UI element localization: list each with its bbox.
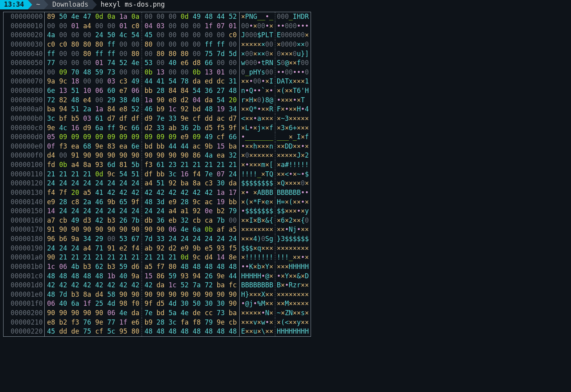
ascii-right: ×(<××y×× [275,318,311,327]
ascii-right: ×Q××××0× [275,179,311,188]
hex-bytes-left: 0ff3ea689e83ea6e [45,142,142,151]
hex-bytes-right: 2121210d9cd4148e [142,253,239,262]
ascii-left: ×• ×ABBB [239,188,275,198]
hex-bytes-right: 44415478daeddc31 [142,77,239,86]
hex-bytes-left: f47f20a541424242 [45,188,142,198]
hex-bytes-right: 46b91c92bd481934 [142,105,239,114]
prompt-dir: Downloads [48,0,92,9]
ascii-left: J000$PLT [239,31,275,40]
offset: 000001d0 [4,281,45,290]
ascii-left: ×PNG__•_ [239,12,275,22]
shell-prompt: 13:34 ~ Downloads hexyl ms-dos.png [0,0,571,9]
hexdump-row: 000001202424242424242424a45192ba8ac330da… [4,179,311,188]
ascii-left: ×(×*F×e× [239,198,275,207]
hex-bytes-left: fd0ba48a936d815b [45,160,142,170]
ascii-right: E000000× [275,31,311,40]
ascii-right: ••000••• [275,22,311,31]
hex-bytes-right: 1586599394269e44 [142,272,239,281]
ascii-right: ××<•×~•$ [275,170,311,179]
ascii-right: ••00•••0 [275,68,311,77]
hexdump-row: 0000000089504e470d0a1a0a0000000d49484452… [4,12,311,22]
ascii-right: ××DD××•× [275,142,311,151]
ascii-left: ×××4)0Sg [239,234,275,244]
ascii-left: ×0×××××× [239,151,275,160]
hexdump-row: 00000090728248e4002938401a90e8d204da5420… [4,96,311,105]
offset: 00000170 [4,225,45,234]
hex-bytes-right: 090909e90949cf66 [142,132,239,142]
hexdump-row: 000002009090909090064eda7ebd5a4edecc73ba… [4,309,311,318]
hex-bytes-left: 9090909090064eda [45,309,142,318]
ascii-left: ××Q*•××R [239,105,275,114]
ascii-right: ~×ZN××s× [275,309,311,318]
hex-bytes-left: 2424242424242424 [45,179,142,188]
ascii-left: •$$$$$$$ [239,207,275,216]
ascii-left: ×!!!!!!! [239,253,275,262]
hex-bytes-left: e928c82a469b659f [45,198,142,207]
ascii-left: $$$×q××× [239,244,275,253]
hex-bytes-right: b9283cfaf8799ecb [142,318,239,327]
hex-bytes-left: ff000080ffff0080 [45,49,142,59]
hex-bytes-right: 9090064e6a0bafa5 [142,225,239,234]
hex-bytes-right: d233ab362bd5f59f [142,123,239,133]
hexdump-row: 00000040ff000080ffff00800080808000757d5d… [4,49,311,59]
offset: 00000140 [4,198,45,207]
hex-bytes-right: f361232121212121 [142,160,239,170]
ascii-right: HHHHHHHH [275,327,311,336]
ascii-left: •_______ [239,132,275,142]
hexdump-row: 000000d00509090909090909090909e90949cf66… [4,132,311,142]
hexdump-row: 000000a0ba94512a1a84e85246b91c92bd481934… [4,105,311,114]
ascii-left: ×L•×j××f [239,123,275,133]
offset: 000000e0 [4,142,45,151]
hex-bytes-right: 4242424242421a17 [142,188,239,198]
hexdump-row: 00000160a7cb49d342b3267bdb36eb32cbca7b00… [4,216,311,225]
hexdump-row: 000001b01c064bb362b359d6a5f7804848484848… [4,262,311,272]
offset: 00000130 [4,188,45,198]
hex-bytes-left: 000001a4000001c0 [45,22,142,31]
offset: 00000050 [4,58,45,68]
offset: 00000060 [4,68,45,77]
prompt-arrow-3 [93,0,97,9]
hex-bytes-right: 2424a4a1920eb279 [142,207,239,216]
ascii-right: ×6×2××{0 [275,216,311,225]
offset: 00000030 [4,40,45,49]
offset: 000000d0 [4,132,45,142]
hexdump-row: 00000010000001a4000001c004030000001f0701… [4,22,311,31]
hex-bytes-right: 1a90e8d204da5420 [142,96,239,105]
offset: 00000080 [4,86,45,96]
hex-bytes-left: 770000000174524e [45,58,142,68]
hexdump-row: 000000709a9c18000003c34944415478daeddc31… [4,77,311,86]
offset: 00000010 [4,22,45,31]
hexdump-row: 000000b03cbfb50361d7dfdfd97e339ecfddacd7… [4,114,311,123]
hex-bytes-left: 4a00000024504c54 [45,31,142,40]
hexdump-row: 00000190242424a47191e2f4ab92d2e99be593f5… [4,244,311,253]
hex-bytes-left: a7cb49d342b3267b [45,216,142,225]
prompt-arrow-1 [28,0,32,9]
offset: 00000180 [4,234,45,244]
hex-bytes-right: db36eb32cbca7b00 [142,216,239,225]
offset: 00000210 [4,318,45,327]
offset: 000000c0 [4,123,45,133]
hexdump-row: 00000110212121210d9c5451dfbb3c16f47e0724… [4,170,311,179]
ascii-right: ×××××××× [275,244,311,253]
ascii-left: ××××××00 [239,40,275,49]
hexdump-row: 000000204a00000024504c5445000000000000c0… [4,31,311,40]
hex-bytes-left: 9021212121212121 [45,253,142,262]
ascii-right: ×3×6+××× [275,123,311,133]
hexdump-row: 0000022045ddde75cf5c95804848484848484848… [4,327,311,336]
offset: 00000020 [4,31,45,40]
ascii-right: F×•××H•4 [275,105,311,114]
hex-bytes-left: 45ddde75cf5c9580 [45,327,142,336]
hex-bytes-right: 0b1300000b130100 [142,68,239,77]
hex-bytes-left: 0009704859730000 [45,68,142,77]
hex-bytes-left: 1c064bb362b359d6 [45,262,142,272]
hex-bytes-right: bb28848454362748 [142,86,239,96]
offset: 00000090 [4,96,45,105]
hex-bytes-right: 42da1c527a72bafc [142,281,239,290]
ascii-left: 00•×00•× [239,22,275,31]
offset: 00000100 [4,160,45,170]
hexdump-row: 00000130f47f20a5414242424242424242421a17… [4,188,311,198]
hex-bytes-right: 04030000001f0701 [142,22,239,31]
hex-bytes-left: 9a9c18000003c349 [45,77,142,86]
prompt-command[interactable]: hexyl ms-dos.png [97,0,165,9]
hexdump-row: 00000030c0c0808080ff00008000000000ffff00… [4,40,311,49]
